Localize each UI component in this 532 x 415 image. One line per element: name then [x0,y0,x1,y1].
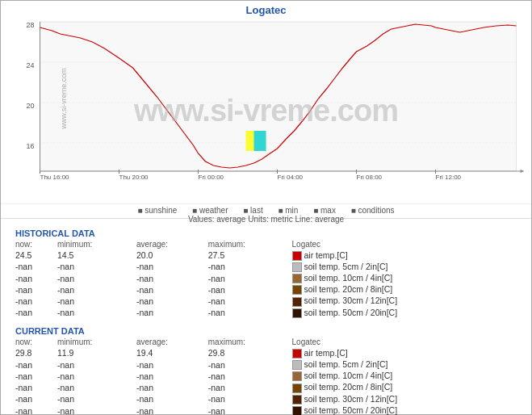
cell-desc: soil temp. 50cm / 20in[C] [292,405,517,415]
svg-text:Fri 12:00: Fri 12:00 [436,174,462,181]
svg-text:Thu 16:00: Thu 16:00 [40,174,70,181]
svg-text:Thu 20:00: Thu 20:00 [119,174,149,181]
cell-maximum: -nan [208,296,292,307]
cell-maximum: -nan [208,393,292,405]
legend-line: Values: average Units: metric Line: aver… [188,215,344,224]
col-min-curr: minimum: [57,337,136,347]
table-row: -nan-nan-nan-nansoil temp. 50cm / 20in[C… [15,405,517,415]
cell-now: -nan [15,382,57,393]
cell-desc: soil temp. 30cm / 12in[C] [292,393,517,405]
cell-now: -nan [15,371,57,382]
cell-desc: soil temp. 5cm / 2in[C] [292,261,517,272]
cell-average: -nan [136,393,208,405]
cell-average: -nan [136,272,208,283]
table-row: -nan-nan-nan-nansoil temp. 50cm / 20in[C… [15,307,517,318]
color-indicator [292,251,302,261]
cell-average: -nan [136,307,208,318]
chart-area: Logatec 28 24 20 16 Thu 16:00 Thu 20:00 … [1,1,531,219]
col-max-hist: maximum: [208,240,292,249]
cell-now: -nan [15,284,57,296]
cell-minimum: -nan [57,307,136,318]
color-indicator [292,308,302,318]
cell-average: -nan [136,382,208,393]
color-indicator [292,297,302,307]
cell-average: -nan [136,371,208,382]
table-row: 24.514.520.027.5air temp.[C] [15,249,517,261]
cell-minimum: -nan [57,359,136,371]
color-indicator [292,406,302,415]
legend-min: ■ min [278,206,298,215]
cell-now: -nan [15,272,57,283]
cell-minimum: -nan [57,371,136,382]
cell-desc: soil temp. 20cm / 8in[C] [292,382,517,393]
svg-text:Fri 04:00: Fri 04:00 [278,174,304,181]
col-loc-hist: Logatec [292,240,517,249]
color-indicator [292,349,302,358]
cell-minimum: -nan [57,382,136,393]
svg-text:Fri 08:00: Fri 08:00 [357,174,383,181]
table-row: -nan-nan-nan-nansoil temp. 10cm / 4in[C] [15,272,517,283]
cell-desc: soil temp. 10cm / 4in[C] [292,371,517,382]
cell-now: -nan [15,405,57,415]
historical-table: now: minimum: average: maximum: Logatec … [15,240,517,318]
cell-minimum: -nan [57,261,136,272]
cell-maximum: -nan [208,307,292,318]
cell-maximum: -nan [208,284,292,296]
color-indicator [292,371,302,381]
svg-text:16: 16 [26,142,34,150]
svg-text:28: 28 [26,21,34,29]
table-row: -nan-nan-nan-nansoil temp. 30cm / 12in[C… [15,393,517,405]
cell-average: -nan [136,405,208,415]
svg-text:20: 20 [26,102,34,110]
color-indicator [292,262,302,272]
cell-maximum: 27.5 [208,249,292,261]
col-max-curr: maximum: [208,337,292,347]
cell-average: -nan [136,261,208,272]
cell-minimum: -nan [57,393,136,405]
cell-now: -nan [15,393,57,405]
historical-section-header: HISTORICAL DATA [15,228,517,238]
cell-desc: soil temp. 50cm / 20in[C] [292,307,517,318]
svg-text:Fri 00:00: Fri 00:00 [199,174,224,181]
color-indicator [292,384,302,393]
cell-average: -nan [136,296,208,307]
current-data-section: CURRENT DATA now: minimum: average: maxi… [7,320,525,415]
svg-text:www.si-vreme.com: www.si-vreme.com [60,68,68,130]
cell-maximum: -nan [208,261,292,272]
chart-legend: ■ sunshine ■ weather ■ last ■ min ■ max … [1,203,531,225]
cell-minimum: -nan [57,272,136,283]
legend-sunshine: ■ sunshine [137,206,177,215]
main-container: Logatec 28 24 20 16 Thu 16:00 Thu 20:00 … [0,0,532,415]
chart-title: Logatec [1,1,531,16]
table-row: -nan-nan-nan-nansoil temp. 20cm / 8in[C] [15,284,517,296]
cell-minimum: 14.5 [57,249,136,261]
col-min-hist: minimum: [57,240,136,249]
color-indicator [292,285,302,295]
table-row: 29.811.919.429.8air temp.[C] [15,347,517,358]
color-indicator [292,274,302,283]
table-row: -nan-nan-nan-nansoil temp. 20cm / 8in[C] [15,382,517,393]
historical-data-section: HISTORICAL DATA now: minimum: average: m… [7,222,525,320]
table-row: -nan-nan-nan-nansoil temp. 10cm / 4in[C] [15,371,517,382]
cell-desc: soil temp. 10cm / 4in[C] [292,272,517,283]
cell-desc: air temp.[C] [292,249,517,261]
cell-average: 19.4 [136,347,208,358]
cell-now: -nan [15,296,57,307]
chart-svg: 28 24 20 16 Thu 16:00 Thu 20:00 Fri 00:0… [1,18,531,203]
color-indicator [292,395,302,405]
cell-desc: soil temp. 20cm / 8in[C] [292,284,517,296]
cell-minimum: -nan [57,296,136,307]
cell-minimum: -nan [57,405,136,415]
cell-now: -nan [15,261,57,272]
cell-average: -nan [136,359,208,371]
svg-rect-24 [254,131,266,151]
cell-average: 20.0 [136,249,208,261]
col-avg-curr: average: [136,337,208,347]
cell-maximum: -nan [208,371,292,382]
cell-minimum: 11.9 [57,347,136,358]
cell-now: -nan [15,359,57,371]
cell-desc: soil temp. 5cm / 2in[C] [292,359,517,371]
cell-now: 29.8 [15,347,57,358]
legend-max: ■ max [313,206,336,215]
table-row: -nan-nan-nan-nansoil temp. 5cm / 2in[C] [15,261,517,272]
